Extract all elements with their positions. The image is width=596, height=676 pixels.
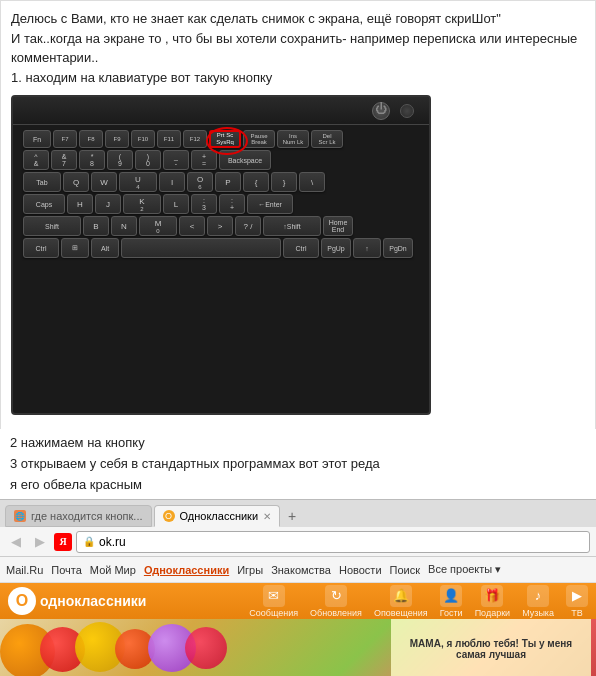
- ok-updates-symbol: ↻: [325, 585, 347, 607]
- key-n: N: [111, 216, 137, 236]
- new-tab-button[interactable]: +: [282, 505, 302, 527]
- key-slash: ? /: [235, 216, 261, 236]
- key-enter: ←Enter: [247, 194, 293, 214]
- ok-banner-image: МАМА, я люблю тебя! Ты у меня самая лучш…: [0, 619, 596, 676]
- key-f12: F12: [183, 130, 207, 148]
- key-lbracket: {: [243, 172, 269, 192]
- key-f9: F9: [105, 130, 129, 148]
- ok-logo-text: одноклассники: [40, 593, 146, 609]
- key-k2: K 2: [123, 194, 161, 214]
- article-line1: Делюсь с Вами, кто не знает как сделать …: [11, 11, 501, 26]
- ok-gifts-icon[interactable]: 🎁 Подарки: [475, 585, 511, 618]
- key-tab: Tab: [23, 172, 61, 192]
- ok-tv-label: ТВ: [571, 608, 583, 618]
- ok-messages-symbol: ✉: [263, 585, 285, 607]
- key-3: :3: [191, 194, 217, 214]
- bookmark-novosti[interactable]: Новости: [339, 564, 382, 576]
- tab-1[interactable]: 🌐 где находится кнопк...: [5, 505, 152, 527]
- bookmark-vse[interactable]: Все проекты ▾: [428, 563, 501, 576]
- ok-alerts-icon[interactable]: 🔔 Оповещения: [374, 585, 428, 618]
- bookmark-mailru[interactable]: Mail.Ru: [6, 564, 43, 576]
- key-l: L: [163, 194, 189, 214]
- ok-music-label: Музыка: [522, 608, 554, 618]
- fn-key-row: Fn F7 F8 F9 F10 F11 F12 Prt ScSysRq Paus…: [23, 130, 419, 148]
- key-fn: Fn: [23, 130, 51, 148]
- key-f8: F8: [79, 130, 103, 148]
- ok-updates-icon[interactable]: ↻ Обновления: [310, 585, 362, 618]
- key-shift-right: ↑Shift: [263, 216, 321, 236]
- key-q: Q: [63, 172, 89, 192]
- url-bar[interactable]: 🔒 ok.ru: [76, 531, 590, 553]
- key-i: I: [159, 172, 185, 192]
- bookmark-znakomstva[interactable]: Знакомства: [271, 564, 331, 576]
- key-plus: +=: [191, 150, 217, 170]
- key-backslash: \: [299, 172, 325, 192]
- key-asterisk: *8: [79, 150, 105, 170]
- key-b: B: [83, 216, 109, 236]
- ok-music-icon[interactable]: ♪ Музыка: [522, 585, 554, 618]
- ok-music-symbol: ♪: [527, 585, 549, 607]
- qwerty-row: Tab Q W U 4 I O 6 P { } \: [23, 172, 419, 192]
- tab2-close[interactable]: ✕: [263, 511, 271, 522]
- key-win: ⊞: [61, 238, 89, 258]
- key-0: )0: [135, 150, 161, 170]
- ok-gifts-symbol: 🎁: [481, 585, 503, 607]
- keyboard-image: Fn F7 F8 F9 F10 F11 F12 Prt ScSysRq Paus…: [11, 95, 431, 415]
- back-button[interactable]: ◀: [6, 532, 26, 552]
- browser-tab-bar: 🌐 где находится кнопк... О Одноклассники…: [0, 499, 596, 527]
- yandex-icon[interactable]: Я: [54, 533, 72, 551]
- ok-guests-icon[interactable]: 👤 Гости: [440, 585, 463, 618]
- ok-gifts-label: Подарки: [475, 608, 511, 618]
- ok-banner-text-bg: МАМА, я люблю тебя! Ты у меня самая лучш…: [391, 619, 591, 676]
- step4-text: я его обвела красным: [10, 475, 586, 496]
- ok-guests-label: Гости: [440, 608, 463, 618]
- key-comma: <: [179, 216, 205, 236]
- tab2-favicon: О: [163, 510, 175, 522]
- key-f7: F7: [53, 130, 77, 148]
- key-period: >: [207, 216, 233, 236]
- key-w: W: [91, 172, 117, 192]
- article-content: Делюсь с Вами, кто не знает как сделать …: [0, 0, 596, 429]
- key-p: P: [215, 172, 241, 192]
- forward-button: ▶: [30, 532, 50, 552]
- ok-messages-label: Сообщения: [249, 608, 298, 618]
- key-u-wide: U 4: [119, 172, 157, 192]
- ok-nav-icons: ✉ Сообщения ↻ Обновления 🔔 Оповещения 👤 …: [249, 585, 588, 618]
- ok-updates-label: Обновления: [310, 608, 362, 618]
- key-quote: :+: [219, 194, 245, 214]
- key-numlk: InsNum Lk: [277, 130, 309, 148]
- keyboard-keys: Fn F7 F8 F9 F10 F11 F12 Prt ScSysRq Paus…: [13, 125, 429, 265]
- key-ctrl-l: Ctrl: [23, 238, 59, 258]
- ok-logo-icon: О: [8, 587, 36, 615]
- bookmark-pochta[interactable]: Почта: [51, 564, 82, 576]
- led-button-img: [400, 104, 414, 118]
- key-7: &7: [51, 150, 77, 170]
- key-pause: PauseBreak: [243, 130, 275, 148]
- asdf-row: Caps H J K 2 L :3 :+ ←Enter: [23, 194, 419, 214]
- article-line2: И так..когда на экране то , что бы вы хо…: [11, 31, 577, 66]
- ok-messages-icon[interactable]: ✉ Сообщения: [249, 585, 298, 618]
- fruit-6: [185, 627, 227, 669]
- ok-logo[interactable]: О одноклассники: [8, 587, 146, 615]
- key-rbracket: }: [271, 172, 297, 192]
- ok-banner: МАМА, я люблю тебя! Ты у меня самая лучш…: [0, 619, 596, 676]
- key-up: ↑: [353, 238, 381, 258]
- key-scrlk: DelScr Lk: [311, 130, 343, 148]
- lock-icon: 🔒: [83, 536, 95, 547]
- bookmark-poisk[interactable]: Поиск: [390, 564, 420, 576]
- key-space: [121, 238, 281, 258]
- bookmark-moimir[interactable]: Мой Мир: [90, 564, 136, 576]
- ok-tv-icon[interactable]: ▶ ТВ: [566, 585, 588, 618]
- bookmark-igry[interactable]: Игры: [237, 564, 263, 576]
- key-pgdn: PgDn: [383, 238, 413, 258]
- key-h: H: [67, 194, 93, 214]
- key-home: HomeEnd: [323, 216, 353, 236]
- bookmark-ok[interactable]: Одноклассники: [144, 564, 229, 576]
- zxcv-row: Shift B N M 0 < > ? / ↑Shift HomeEnd: [23, 216, 419, 236]
- ok-tv-symbol: ▶: [566, 585, 588, 607]
- tab-2[interactable]: О Одноклассники ✕: [154, 505, 281, 527]
- key-minus: _-: [163, 150, 189, 170]
- key-f10: F10: [131, 130, 155, 148]
- ok-site-header: О одноклассники ✉ Сообщения ↻ Обновления…: [0, 583, 596, 619]
- address-bar: ◀ ▶ Я 🔒 ok.ru: [0, 527, 596, 557]
